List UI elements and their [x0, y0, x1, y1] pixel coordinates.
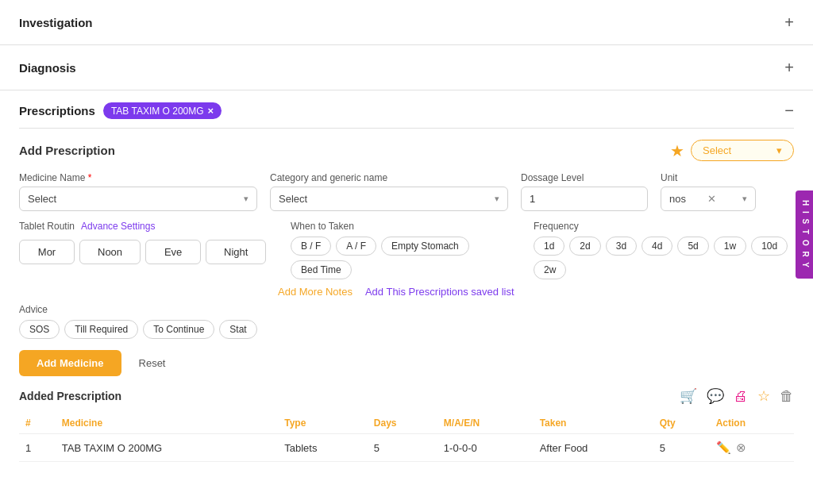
day-pill-mor[interactable]: Mor [19, 240, 75, 264]
dosage-input[interactable] [521, 187, 648, 211]
col-action: Action [710, 413, 794, 434]
medicine-name-group: Medicine Name * Select ▾ [19, 172, 257, 211]
routin-when-row: Tablet Routin Advance Settings Mor Noon … [19, 221, 794, 279]
col-type: Type [278, 413, 368, 434]
history-sidebar[interactable]: H I S T O R Y [796, 190, 813, 279]
print-icon[interactable]: 🖨 [734, 388, 748, 405]
col-days: Days [368, 413, 437, 434]
col-medicine: Medicine [56, 413, 278, 434]
chip-1w[interactable]: 1w [714, 237, 746, 256]
frequency-group: Frequency 1d 2d 3d 4d 5d 1w 10d 2w [534, 221, 794, 279]
chevron-down-icon: ▾ [776, 144, 782, 156]
prescription-tag-close[interactable]: × [208, 105, 214, 117]
action-icons-row: 🛒 💬 🖨 ☆ 🗑 [680, 387, 794, 405]
add-prescription-title: Add Prescription [19, 144, 115, 157]
added-prescription-title: Added Prescription [19, 390, 121, 402]
advice-section: Advice SOS Till Required To Continue Sta… [19, 304, 794, 339]
chip-2d[interactable]: 2d [569, 237, 600, 256]
diagnosis-title: Diagnosis [19, 61, 76, 75]
col-taken: Taken [534, 413, 653, 434]
chip-sos[interactable]: SOS [19, 320, 60, 339]
chip-stat[interactable]: Stat [219, 320, 256, 339]
col-qty: Qty [653, 413, 710, 434]
col-maen: M/A/E/N [437, 413, 534, 434]
add-more-notes-link[interactable]: Add More Notes [278, 286, 353, 298]
prescriptions-left: Prescriptions TAB TAXIM O 200MG × [19, 102, 222, 119]
chip-10d[interactable]: 10d [751, 237, 788, 256]
investigation-expand-icon: + [784, 14, 794, 30]
prescriptions-header: Prescriptions TAB TAXIM O 200MG × − [19, 102, 794, 129]
day-pill-eve[interactable]: Eve [145, 240, 201, 264]
unit-arrow: ▾ [742, 194, 747, 204]
chip-to-continue[interactable]: To Continue [143, 320, 214, 339]
chip-empty-stomach[interactable]: Empty Stomach [381, 237, 469, 256]
day-pills-row: Mor Noon Eve Night [19, 240, 278, 264]
freq-chips-row: 1d 2d 3d 4d 5d 1w 10d 2w [534, 237, 794, 279]
table-header-row: # Medicine Type Days M/A/E/N Taken Qty A… [19, 413, 794, 434]
tablet-routin-row: Tablet Routin Advance Settings [19, 221, 278, 232]
row-taken: After Food [534, 434, 653, 462]
medicine-name-select[interactable]: Select ▾ [19, 187, 257, 211]
prescription-table: # Medicine Type Days M/A/E/N Taken Qty A… [19, 413, 794, 462]
medicine-name-arrow: ▾ [244, 194, 249, 204]
prescriptions-section: Prescriptions TAB TAXIM O 200MG × − Add … [0, 90, 813, 376]
chip-2w[interactable]: 2w [534, 260, 566, 279]
prescriptions-title: Prescriptions [19, 104, 95, 117]
action-buttons-row: Add Medicine Reset [19, 350, 794, 376]
add-medicine-button[interactable]: Add Medicine [19, 350, 121, 376]
diagnosis-section: Diagnosis + [0, 45, 813, 90]
chip-3d[interactable]: 3d [606, 237, 637, 256]
chip-bf[interactable]: B / F [291, 237, 331, 256]
row-medicine: TAB TAXIM O 200MG [56, 434, 278, 462]
investigation-header[interactable]: Investigation + [19, 14, 794, 30]
add-prescription-header: Add Prescription ★ Select ▾ [19, 140, 794, 161]
reset-button[interactable]: Reset [131, 350, 174, 376]
star-icon: ★ [670, 141, 684, 160]
row-delete-icon[interactable]: ⊗ [736, 441, 746, 455]
table-row: 1 TAB TAXIM O 200MG Tablets 5 1-0-0-0 Af… [19, 434, 794, 462]
table-action-icons: ✏️ ⊗ [716, 441, 788, 455]
unit-group: Unit nos ✕ ▾ [661, 172, 756, 211]
page-container: H I S T O R Y Investigation + Diagnosis … [0, 0, 813, 504]
chip-5d[interactable]: 5d [677, 237, 708, 256]
when-to-taken-label: When to Taken [291, 221, 521, 232]
day-pill-night[interactable]: Night [206, 240, 266, 264]
chip-af[interactable]: A / F [336, 237, 376, 256]
chip-1d[interactable]: 1d [534, 237, 564, 256]
row-edit-icon[interactable]: ✏️ [716, 441, 731, 455]
save-prescriptions-link[interactable]: Add This Prescriptions saved list [365, 286, 514, 298]
chip-4d[interactable]: 4d [642, 237, 672, 256]
medicine-name-label: Medicine Name * [19, 172, 257, 183]
when-freq-inner: When to Taken B / F A / F Empty Stomach … [291, 221, 794, 279]
trash-icon[interactable]: 🗑 [780, 388, 794, 405]
category-select[interactable]: Select ▾ [270, 187, 508, 211]
notes-row: Add More Notes Add This Prescriptions sa… [278, 286, 794, 298]
row-days: 5 [368, 434, 437, 462]
day-pill-noon[interactable]: Noon [79, 240, 141, 264]
dosage-label: Dossage Level [521, 172, 648, 183]
prescription-tag-text: TAB TAXIM O 200MG [111, 106, 204, 117]
advance-settings-link[interactable]: Advance Settings [81, 221, 155, 232]
row-num: 1 [19, 434, 56, 462]
tablet-routin-container: Tablet Routin Advance Settings Mor Noon … [19, 221, 278, 279]
advice-chips-row: SOS Till Required To Continue Stat [19, 320, 794, 339]
investigation-title: Investigation [19, 16, 93, 29]
chip-till-required[interactable]: Till Required [64, 320, 138, 339]
prescriptions-collapse-icon[interactable]: − [784, 102, 794, 120]
dosage-group: Dossage Level [521, 172, 648, 211]
favorite-icon[interactable]: ☆ [757, 387, 770, 405]
diagnosis-header[interactable]: Diagnosis + [19, 60, 794, 75]
star-select-row: ★ Select ▾ [670, 140, 794, 161]
whatsapp-icon[interactable]: 💬 [707, 387, 724, 405]
row-action: ✏️ ⊗ [710, 434, 794, 462]
medicine-form-row: Medicine Name * Select ▾ Category and ge… [19, 172, 794, 211]
chip-bed-time[interactable]: Bed Time [291, 260, 352, 279]
unit-select[interactable]: nos ✕ ▾ [661, 187, 756, 211]
required-indicator: * [88, 172, 92, 183]
unit-close-icon[interactable]: ✕ [707, 193, 716, 205]
cart-icon[interactable]: 🛒 [680, 387, 697, 405]
prescription-template-select[interactable]: Select ▾ [691, 140, 794, 161]
when-freq-container: When to Taken B / F A / F Empty Stomach … [291, 221, 794, 279]
added-prescription-header: Added Prescription 🛒 💬 🖨 ☆ 🗑 [19, 387, 794, 405]
advice-label: Advice [19, 304, 794, 315]
